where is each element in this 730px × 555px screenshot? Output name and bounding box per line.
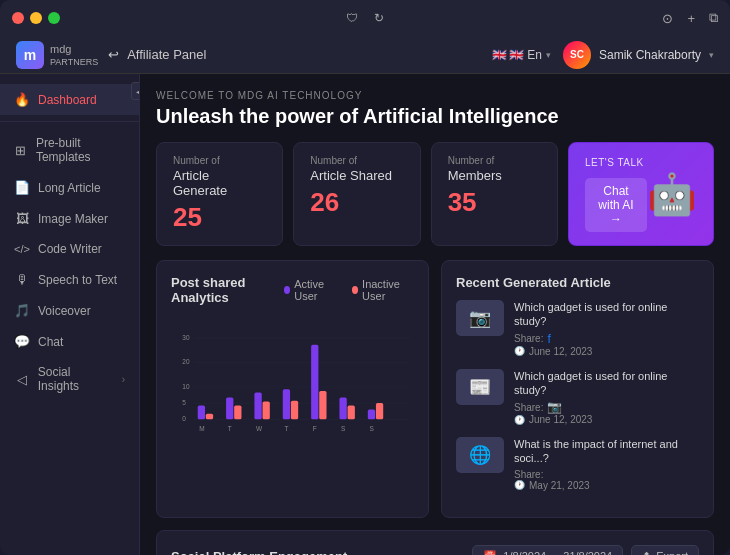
article-date-3: 🕐 May 21, 2023 [514,480,699,491]
svg-rect-16 [283,389,290,419]
sidebar-label-code: Code Writer [38,242,102,256]
sidebar-item-dashboard[interactable]: 🔥 Dashboard [0,84,139,115]
svg-rect-22 [368,410,375,420]
sidebar-divider [0,121,139,122]
voiceover-icon: 🎵 [14,303,30,318]
window-controls[interactable] [12,12,60,24]
article-item-1: 📷 Which gadget is used for online study?… [456,300,699,357]
article-meta-1: Share: f [514,332,699,346]
stat-card-members: Number of Members 35 [431,142,558,246]
titlebar: 🛡 ↻ ⊙ + ⧉ [0,0,730,36]
stat-label-shared: Number of [310,155,403,166]
sidebar-label-templates: Pre-built Templates [36,136,125,164]
affiliate-panel-label: Affiliate Panel [127,47,206,62]
article-meta-3: Share: [514,469,699,480]
sidebar: ◀ 🔥 Dashboard ⊞ Pre-built Templates 📄 Lo… [0,74,140,555]
templates-icon: ⊞ [14,143,28,158]
minimize-button[interactable] [30,12,42,24]
affiliate-panel-link[interactable]: ↩ Affiliate Panel [108,47,206,62]
code-icon: </> [14,243,30,255]
sidebar-arrow-icon: › [122,374,125,385]
stat-number-shared: 26 [310,187,403,218]
legend-inactive: Inactive User [352,278,414,302]
avatar-initials: SC [570,49,584,60]
date-filter[interactable]: 📅 1/8/2024 → 31/8/2024 [472,545,623,555]
active-dot [284,286,290,294]
logo: m [16,41,44,69]
dashboard-icon: 🔥 [14,92,30,107]
legend-active-label: Active User [294,278,339,302]
share-label-1: Share: [514,333,543,344]
help-icon[interactable]: ⊙ [662,11,673,26]
svg-rect-15 [263,401,270,419]
svg-text:S: S [369,425,374,432]
legend-inactive-label: Inactive User [362,278,414,302]
titlebar-actions: ⊙ + ⧉ [662,10,718,26]
sidebar-item-speech[interactable]: 🎙 Speech to Text [0,264,139,295]
date-text-1: June 12, 2023 [529,346,592,357]
sidebar-item-chat[interactable]: 💬 Chat [0,326,139,357]
chat-with-ai-button[interactable]: Chat with AI → [585,178,647,232]
svg-rect-21 [348,406,355,420]
article-icon: 📄 [14,180,30,195]
article-item-2: 📰 Which gadget is used for online study?… [456,369,699,426]
sidebar-item-long-article[interactable]: 📄 Long Article [0,172,139,203]
refresh-icon[interactable]: ↻ [374,11,384,25]
article-item-3: 🌐 What is the impact of internet and soc… [456,437,699,491]
date-text-2: June 12, 2023 [529,414,592,425]
maximize-button[interactable] [48,12,60,24]
instagram-share-icon[interactable]: 📷 [547,400,562,414]
sidebar-collapse-button[interactable]: ◀ [131,82,140,100]
export-button[interactable]: ⬆ Export [631,545,699,555]
export-label: Export [656,550,688,555]
language-selector[interactable]: 🇬🇧 🇬🇧 En ▾ [492,48,551,62]
svg-text:M: M [199,425,204,432]
article-thumb-1: 📷 [456,300,504,336]
sidebar-item-templates[interactable]: ⊞ Pre-built Templates [0,128,139,172]
social-filters: 📅 1/8/2024 → 31/8/2024 ⬆ Export [472,545,699,555]
stats-row: Number of Article Generate 25 Number of … [156,142,714,246]
article-meta-2: Share: 📷 [514,400,699,414]
article-thumb-3: 🌐 [456,437,504,473]
stat-title-generate: Article Generate [173,168,266,198]
date-range-text: 1/8/2024 → 31/8/2024 [503,550,612,555]
share-label-3: Share: [514,469,543,480]
sidebar-item-code-writer[interactable]: </> Code Writer [0,234,139,264]
sidebar-item-image-maker[interactable]: 🖼 Image Maker [0,203,139,234]
stat-number-generate: 25 [173,202,266,233]
svg-rect-11 [206,414,213,420]
flag-icon: 🇬🇧 [492,48,507,62]
svg-rect-12 [226,397,233,419]
sidebar-label-dashboard: Dashboard [38,93,97,107]
article-info-3: What is the impact of internet and soci.… [514,437,699,491]
chart-card: Post shared Analytics Active User Inacti… [156,260,429,518]
article-thumb-2: 📰 [456,369,504,405]
user-menu[interactable]: SC Samik Chakraborty ▾ [563,41,714,69]
add-tab-icon[interactable]: + [687,11,695,26]
svg-rect-10 [198,406,205,420]
welcome-label: WELCOME TO MDG AI TECHNOLOGY [156,90,714,101]
window-icon[interactable]: ⧉ [709,10,718,26]
sidebar-item-voiceover[interactable]: 🎵 Voiceover [0,295,139,326]
chart-header: Post shared Analytics Active User Inacti… [171,275,414,305]
chart-title: Post shared Analytics [171,275,284,305]
svg-rect-17 [291,401,298,420]
main-content: WELCOME TO MDG AI TECHNOLOGY Unleash the… [140,74,730,555]
sidebar-item-social[interactable]: ◁ Social Insights › [0,357,139,401]
brand-name: mdgPARTNERS [50,43,98,67]
date-text-3: May 21, 2023 [529,480,590,491]
svg-text:30: 30 [182,334,190,341]
stat-card-shared: Number of Article Shared 26 [293,142,420,246]
article-date-2: 🕐 June 12, 2023 [514,414,699,425]
close-button[interactable] [12,12,24,24]
sidebar-label-voiceover: Voiceover [38,304,91,318]
clock-icon-1: 🕐 [514,346,525,356]
articles-title: Recent Generated Article [456,275,699,290]
facebook-share-icon[interactable]: f [547,332,550,346]
lang-label: 🇬🇧 En [509,48,542,62]
svg-text:5: 5 [182,399,186,406]
calendar-icon: 📅 [483,550,497,555]
sidebar-label-speech: Speech to Text [38,273,117,287]
svg-text:T: T [228,425,232,432]
stat-number-members: 35 [448,187,541,218]
